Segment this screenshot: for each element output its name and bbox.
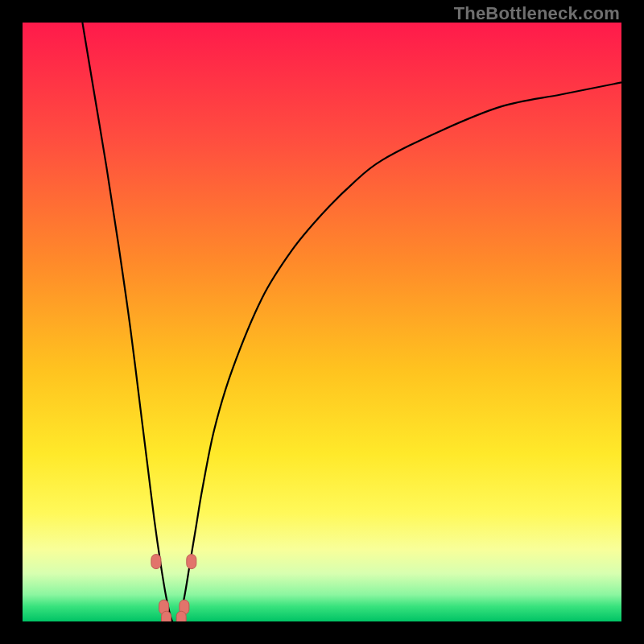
chart-frame <box>23 23 621 621</box>
bottleneck-chart <box>23 23 621 621</box>
gradient-background <box>23 23 621 621</box>
marker-point <box>176 611 186 621</box>
marker-point <box>187 555 196 569</box>
marker-point <box>162 611 171 621</box>
marker-point <box>151 555 161 569</box>
watermark-text: TheBottleneck.com <box>454 3 620 24</box>
